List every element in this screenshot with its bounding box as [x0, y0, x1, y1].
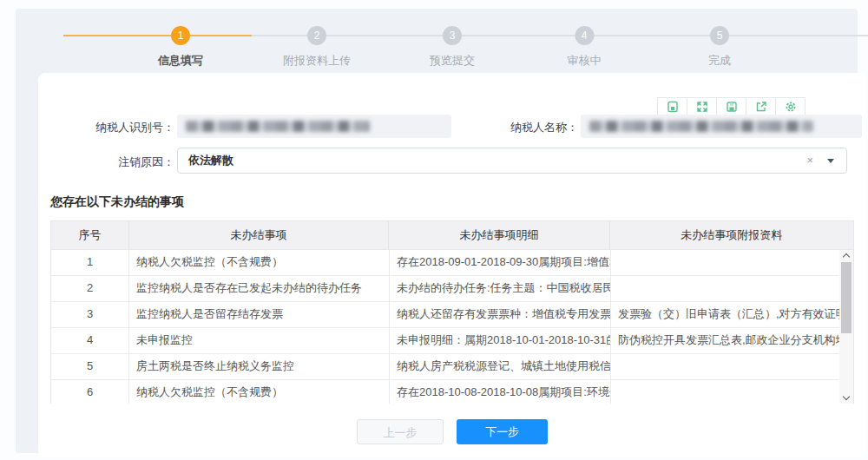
step-circle: 1 [171, 26, 190, 45]
table-cell: 监控纳税人是否留存结存发票 [129, 302, 390, 327]
step-label: 完成 [708, 53, 731, 69]
page: 1信息填写2附报资料上传3预览提交4审核中5完成 纳税人识别号： 纳税人名称： … [0, 0, 868, 460]
redacted-value [186, 121, 370, 132]
table-header: 序号未办结事项未办结事项明细未办结事项附报资料 [51, 221, 853, 250]
table-cell: 1 [51, 250, 129, 275]
step-circle: 3 [443, 26, 462, 45]
table-cell: 纳税人欠税监控（不含规费） [129, 250, 390, 275]
step-label: 审核中 [568, 53, 602, 69]
taxpayer-id-field [177, 115, 451, 138]
table-cell: 未申报监控 [129, 328, 390, 353]
table-cell: 防伪税控开具发票汇总表,邮政企业分支机构增值... [611, 328, 841, 353]
table-row: 3监控纳税人是否留存结存发票纳税人还留存有发票票种：增值税专用发票（中...发票… [51, 302, 853, 328]
table-cell [611, 380, 841, 404]
table-cell: 存在2018-09-01-2018-09-30属期项目:增值税... [390, 250, 611, 275]
taxpayer-name-label: 纳税人名称： [489, 120, 578, 135]
dereg-reason-select[interactable]: 依法解散 × [177, 148, 847, 174]
table-cell: 房土两税是否终止纳税义务监控 [129, 354, 390, 379]
table-cell: 5 [51, 354, 129, 379]
step-3: 3预览提交 [430, 26, 475, 69]
table-row: 2监控纳税人是否存在已发起未办结的待办任务未办结的待办任务:任务主题：中国税收居… [51, 276, 853, 302]
scroll-down-arrow[interactable] [839, 391, 853, 403]
table-cell: 2 [51, 276, 129, 301]
table-cell [611, 354, 841, 379]
table-cell: 未申报明细：属期2018-10-01-2018-10-31的... [390, 328, 611, 353]
table-row: 5房土两税是否终止纳税义务监控纳税人房产税税源登记、城镇土地使用税信息未... [51, 354, 853, 380]
column-header: 未办结事项 [129, 221, 389, 249]
dereg-reason-label: 注销原因： [50, 154, 174, 170]
step-2: 2附报资料上传 [283, 26, 351, 69]
column-header: 未办结事项附报资料 [610, 221, 853, 249]
prev-step-button[interactable]: 上一步 [357, 419, 444, 444]
table-cell: 6 [51, 380, 129, 404]
column-header: 序号 [51, 221, 129, 249]
step-label: 附报资料上传 [283, 53, 351, 69]
selected-option: 依法解散 [188, 148, 233, 173]
table-cell: 纳税人欠税监控（不含规费） [129, 380, 390, 404]
table-cell: 4 [51, 328, 129, 353]
step-1: 1信息填写 [158, 26, 203, 69]
scroll-up-arrow[interactable] [839, 251, 853, 262]
table-scrollbar[interactable] [839, 250, 853, 404]
pending-items-title: 您存在以下未办结的事项 [50, 194, 184, 210]
table-cell: 发票验（交）旧申请表（汇总）,对方有效证明,发... [611, 302, 841, 327]
step-circle: 4 [575, 26, 594, 45]
column-header: 未办结事项明细 [389, 221, 609, 249]
clear-icon[interactable]: × [806, 148, 813, 173]
table-body: 1纳税人欠税监控（不含规费）存在2018-09-01-2018-09-30属期项… [51, 250, 853, 404]
table-row: 6纳税人欠税监控（不含规费）存在2018-10-08-2018-10-08属期项… [51, 380, 853, 404]
step-circle: 2 [307, 26, 326, 45]
next-step-button[interactable]: 下一步 [457, 419, 548, 444]
step-5: 5完成 [708, 26, 731, 69]
wizard-panel: 1信息填写2附报资料上传3预览提交4审核中5完成 纳税人识别号： 纳税人名称： … [16, 9, 858, 453]
table-cell: 3 [51, 302, 129, 327]
table-cell: 未办结的待办任务:任务主题：中国税收居民身份... [390, 276, 611, 301]
table-row: 4未申报监控未申报明细：属期2018-10-01-2018-10-31的...防… [51, 328, 853, 354]
table-cell [611, 276, 841, 301]
redacted-value [589, 121, 813, 132]
step-label: 预览提交 [430, 53, 475, 69]
table-cell: 纳税人房产税税源登记、城镇土地使用税信息未... [390, 354, 611, 379]
table-cell: 存在2018-10-08-2018-10-08属期项目:环境保... [390, 380, 611, 404]
taxpayer-id-label: 纳税人识别号： [50, 120, 174, 135]
table-cell [611, 250, 841, 275]
chevron-down-icon[interactable] [827, 159, 834, 163]
table-cell: 监控纳税人是否存在已发起未办结的待办任务 [129, 276, 390, 301]
taxpayer-name-field [581, 115, 862, 138]
table-row: 1纳税人欠税监控（不含规费）存在2018-09-01-2018-09-30属期项… [51, 250, 853, 276]
step-label: 信息填写 [158, 53, 203, 69]
pending-items-table: 序号未办结事项未办结事项明细未办结事项附报资料 1纳税人欠税监控（不含规费）存在… [50, 220, 854, 404]
step-circle: 5 [710, 26, 729, 45]
scrollbar-thumb[interactable] [841, 262, 852, 333]
table-cell: 纳税人还留存有发票票种：增值税专用发票（中... [390, 302, 611, 327]
step-4: 4审核中 [568, 26, 602, 69]
